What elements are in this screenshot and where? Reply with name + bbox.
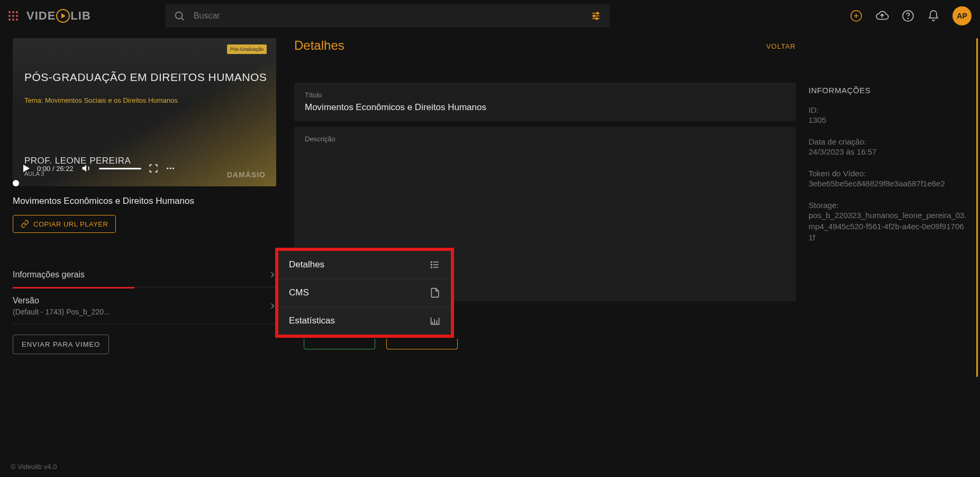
- copy-url-label: COPIAR URL PLAYER: [33, 220, 108, 228]
- hidden-button-orange[interactable]: [386, 339, 458, 349]
- field-value-title: Movimentos Econômicos e Direitos Humanos: [305, 102, 785, 113]
- info-column: INFORMAÇÕES ID: 1305 Data de criação: 24…: [809, 38, 967, 445]
- info-storage-value: pos_b_220323_humanos_leone_pereira_03.mp…: [809, 210, 967, 243]
- volume-icon[interactable]: [81, 163, 92, 174]
- video-player-controls[interactable]: 0:00 / 26:22: [23, 163, 266, 174]
- player-time: 0:00 / 26:22: [37, 165, 74, 173]
- info-token-value: 3ebe65be5ec848829f8e3aa687f1e6e2: [809, 178, 967, 189]
- logo-text-2: LIB: [70, 9, 90, 23]
- left-column: Pós-Graduação PÓS-GRADUAÇÃO EM DIREITOS …: [13, 38, 277, 445]
- field-label-description: Descrição: [305, 135, 785, 143]
- cloud-upload-icon[interactable]: [875, 9, 889, 23]
- link-icon: [21, 220, 29, 228]
- svg-point-16: [172, 168, 174, 169]
- fullscreen-icon[interactable]: [149, 164, 158, 173]
- info-storage-label: Storage:: [809, 201, 967, 210]
- back-link[interactable]: VOLTAR: [766, 42, 796, 50]
- svg-point-15: [169, 168, 171, 169]
- svg-point-13: [908, 19, 909, 19]
- section-title: Detalhes: [294, 38, 796, 53]
- copy-url-button[interactable]: COPIAR URL PLAYER: [13, 215, 116, 233]
- send-vimeo-button[interactable]: ENVIAR PARA VIMEO: [13, 335, 109, 354]
- info-heading: INFORMAÇÕES: [809, 86, 967, 95]
- accordion-label: Versão: [13, 296, 110, 305]
- svg-point-7: [596, 17, 597, 19]
- logo-text-1: VIDE: [26, 9, 56, 23]
- thumbnail-badge: Pós-Graduação: [227, 44, 267, 54]
- accordion: Informações gerais Versão (Default - 174…: [13, 263, 277, 324]
- seek-handle[interactable]: [13, 180, 19, 186]
- bell-icon[interactable]: [927, 10, 940, 22]
- context-menu: Detalhes CMS Estatísticas: [278, 251, 451, 335]
- more-icon[interactable]: [166, 164, 175, 173]
- main-content: Pós-Graduação PÓS-GRADUAÇÃO EM DIREITOS …: [0, 32, 980, 445]
- info-created-label: Data de criação:: [809, 137, 967, 146]
- volume-slider[interactable]: [99, 168, 141, 169]
- info-token-label: Token do Vídeo:: [809, 169, 967, 178]
- accordion-version[interactable]: Versão (Default - 1743) Pos_b_220...: [13, 289, 277, 324]
- app-header: VIDE LIB AP: [0, 0, 980, 32]
- info-token: Token do Vídeo: 3ebe65be5ec848829f8e3aa6…: [809, 169, 967, 189]
- filter-icon[interactable]: [591, 11, 601, 21]
- play-circle-icon: [56, 9, 70, 23]
- svg-point-0: [175, 12, 182, 19]
- video-thumbnail[interactable]: Pós-Graduação PÓS-GRADUAÇÃO EM DIREITOS …: [13, 38, 276, 186]
- video-title: Movimentos Econômicos e Direitos Humanos: [13, 196, 277, 206]
- thumbnail-course-title: PÓS-GRADUAÇÃO EM DIREITOS HUMANOS: [24, 71, 267, 84]
- accordion-general-info[interactable]: Informações gerais: [13, 263, 277, 287]
- annotation-highlight-box: [275, 248, 454, 338]
- accordion-label: Informações gerais: [13, 270, 85, 280]
- field-label-title: Título: [305, 91, 785, 99]
- info-created: Data de criação: 24/3/2023 às 16:57: [809, 137, 967, 157]
- search-icon: [174, 10, 185, 22]
- help-icon[interactable]: [902, 10, 914, 22]
- footer-version: © Videolib v4.0: [11, 463, 57, 471]
- svg-point-3: [596, 12, 598, 14]
- header-actions: AP: [850, 6, 972, 25]
- play-icon[interactable]: [23, 165, 30, 172]
- search-input[interactable]: [194, 11, 591, 21]
- apps-grid-icon[interactable]: [8, 11, 18, 21]
- svg-line-1: [182, 18, 184, 20]
- hidden-button-green[interactable]: [304, 339, 375, 349]
- svg-point-14: [167, 168, 168, 169]
- add-icon[interactable]: [850, 10, 863, 22]
- search-bar[interactable]: [165, 4, 610, 28]
- info-id-label: ID:: [809, 105, 967, 114]
- app-logo[interactable]: VIDE LIB: [26, 9, 91, 23]
- info-created-value: 24/3/2023 às 16:57: [809, 146, 967, 157]
- center-column: Detalhes VOLTAR Título Movimentos Econôm…: [277, 38, 809, 445]
- title-field-card[interactable]: Título Movimentos Econômicos e Direitos …: [294, 83, 796, 121]
- accordion-subtitle: (Default - 1743) Pos_b_220...: [13, 308, 110, 316]
- info-storage: Storage: pos_b_220323_humanos_leone_pere…: [809, 201, 967, 243]
- user-avatar[interactable]: AP: [952, 6, 972, 25]
- thumbnail-theme: Tema: Movimentos Sociais e os Direitos H…: [24, 96, 178, 104]
- info-id: ID: 1305: [809, 105, 967, 125]
- svg-point-5: [593, 15, 595, 16]
- info-id-value: 1305: [809, 114, 967, 125]
